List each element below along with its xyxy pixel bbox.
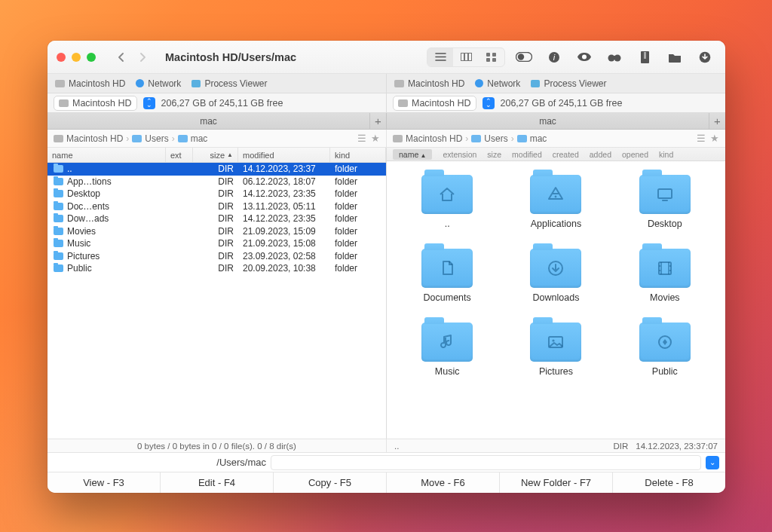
fn-copy[interactable]: Copy - F5 xyxy=(274,472,387,493)
col-size[interactable]: size ▲ xyxy=(193,148,238,162)
left-file-list[interactable]: ..DIR14.12.2023, 23:37folderApp…tionsDIR… xyxy=(47,163,386,439)
tab-network[interactable]: Network xyxy=(475,78,520,89)
status-right-prefix: .. xyxy=(394,442,399,451)
col-added[interactable]: added xyxy=(590,150,611,159)
crumb[interactable]: Users xyxy=(484,133,507,144)
svg-rect-19 xyxy=(658,189,672,198)
view-columns-icon[interactable] xyxy=(453,48,479,66)
right-pane-title: mac xyxy=(387,116,709,127)
folder-icon xyxy=(639,249,691,288)
tab-network[interactable]: Network xyxy=(136,78,181,89)
col-name[interactable]: name xyxy=(47,148,166,162)
archive-icon[interactable] xyxy=(633,47,656,67)
folder-icon xyxy=(178,135,188,142)
col-name[interactable]: name xyxy=(393,149,432,160)
col-modified[interactable]: modified xyxy=(238,148,330,162)
grid-item[interactable]: .. xyxy=(393,175,501,229)
folder-icon xyxy=(639,323,691,362)
folder-icon xyxy=(639,175,691,214)
crumb[interactable]: Macintosh HD xyxy=(66,133,123,144)
fn-move[interactable]: Move - F6 xyxy=(387,472,500,493)
path-input-row: /Users/mac ⌄ xyxy=(47,452,725,472)
list-view-icon[interactable]: ☰ xyxy=(697,133,706,144)
download-icon[interactable] xyxy=(694,47,716,67)
toggle-icon[interactable] xyxy=(513,47,535,67)
svg-rect-5 xyxy=(486,58,490,62)
favorite-icon[interactable]: ★ xyxy=(710,133,719,144)
crumb[interactable]: Macintosh HD xyxy=(406,133,462,144)
nav-forward-button[interactable] xyxy=(133,49,152,66)
file-row[interactable]: Doc…entsDIR13.11.2023, 05:11folder xyxy=(47,200,386,213)
grid-item[interactable]: Movies xyxy=(611,249,719,303)
binoculars-icon[interactable] xyxy=(603,47,626,67)
fn-edit[interactable]: Edit - F4 xyxy=(161,472,274,493)
view-grid-icon[interactable] xyxy=(479,48,504,66)
add-tab-left[interactable]: + xyxy=(369,113,386,130)
favorite-icon[interactable]: ★ xyxy=(371,133,380,144)
nav-back-button[interactable] xyxy=(112,49,130,66)
fn-new-folder[interactable]: New Folder - F7 xyxy=(500,472,613,493)
crumb[interactable]: mac xyxy=(530,133,547,144)
list-view-icon[interactable]: ☰ xyxy=(357,133,366,144)
grid-item[interactable]: Music xyxy=(393,323,501,377)
fn-delete[interactable]: Delete - F8 xyxy=(613,472,725,493)
grid-item[interactable]: Public xyxy=(611,323,719,377)
folder-icon xyxy=(54,203,63,210)
fn-view[interactable]: View - F3 xyxy=(47,472,161,493)
col-opened[interactable]: opened xyxy=(622,150,648,159)
tab-process-viewer[interactable]: Process Viewer xyxy=(531,78,606,89)
view-list-icon[interactable] xyxy=(427,48,453,66)
file-row[interactable]: MoviesDIR21.09.2023, 15:09folder xyxy=(47,225,386,238)
col-kind[interactable]: kind xyxy=(330,148,386,162)
folder-icon xyxy=(54,165,63,173)
file-row[interactable]: Dow…adsDIR14.12.2023, 23:35folder xyxy=(47,212,386,225)
folder-icon[interactable] xyxy=(663,47,686,67)
right-icon-grid[interactable]: ..ApplicationsDesktopDocumentsDownloadsM… xyxy=(387,161,725,439)
folder-icon xyxy=(530,249,581,288)
add-tab-right[interactable]: + xyxy=(709,113,725,130)
file-row[interactable]: DesktopDIR14.12.2023, 23:35folder xyxy=(47,188,386,200)
grid-item-label: Applications xyxy=(531,219,581,229)
close-button[interactable] xyxy=(57,53,66,62)
file-row[interactable]: ..DIR14.12.2023, 23:37folder xyxy=(47,163,386,176)
grid-item[interactable]: Desktop xyxy=(611,175,719,229)
hd-icon xyxy=(54,135,63,142)
grid-item[interactable]: Applications xyxy=(501,175,610,229)
col-modified[interactable]: modified xyxy=(512,150,542,159)
hd-icon xyxy=(393,135,403,142)
tab-macintosh-hd[interactable]: Macintosh HD xyxy=(55,78,125,89)
volume-dropdown-icon[interactable]: ⌃⌄ xyxy=(482,97,495,109)
path-go-button[interactable]: ⌄ xyxy=(706,456,719,469)
folder-icon xyxy=(54,240,63,247)
file-row[interactable]: PicturesDIR23.09.2023, 02:58folder xyxy=(47,250,386,263)
path-input[interactable] xyxy=(271,455,701,470)
quicklook-icon[interactable] xyxy=(573,47,596,67)
grid-item-label: .. xyxy=(445,219,450,229)
col-size[interactable]: size xyxy=(487,150,501,159)
zoom-button[interactable] xyxy=(87,53,96,62)
folder-icon xyxy=(530,175,581,214)
tab-process-viewer[interactable]: Process Viewer xyxy=(191,78,267,89)
crumb[interactable]: mac xyxy=(191,133,208,144)
info-icon[interactable]: i xyxy=(543,47,565,67)
grid-item[interactable]: Downloads xyxy=(501,249,610,303)
tab-macintosh-hd[interactable]: Macintosh HD xyxy=(394,78,464,89)
folder-icon xyxy=(54,264,63,272)
left-pane-title: mac xyxy=(47,116,369,127)
file-row[interactable]: App…tionsDIR06.12.2023, 18:07folder xyxy=(47,176,386,188)
volume-selector-left[interactable]: Macintosh HD xyxy=(54,96,137,111)
col-created[interactable]: created xyxy=(553,150,579,159)
col-extension[interactable]: extension xyxy=(443,150,476,159)
grid-item[interactable]: Pictures xyxy=(501,323,610,377)
volume-dropdown-icon[interactable]: ⌃⌄ xyxy=(143,97,155,109)
grid-item[interactable]: Documents xyxy=(393,249,501,303)
volume-selector-right[interactable]: Macintosh HD xyxy=(393,96,476,111)
col-kind[interactable]: kind xyxy=(659,150,673,159)
file-row[interactable]: MusicDIR21.09.2023, 15:08folder xyxy=(47,237,386,250)
crumb[interactable]: Users xyxy=(145,133,168,144)
right-location-tabs: Macintosh HD Network Process Viewer xyxy=(387,74,725,93)
file-row[interactable]: PublicDIR20.09.2023, 10:38folder xyxy=(47,262,386,275)
col-ext[interactable]: ext xyxy=(166,148,193,162)
svg-point-11 xyxy=(582,55,587,60)
minimize-button[interactable] xyxy=(72,53,81,62)
